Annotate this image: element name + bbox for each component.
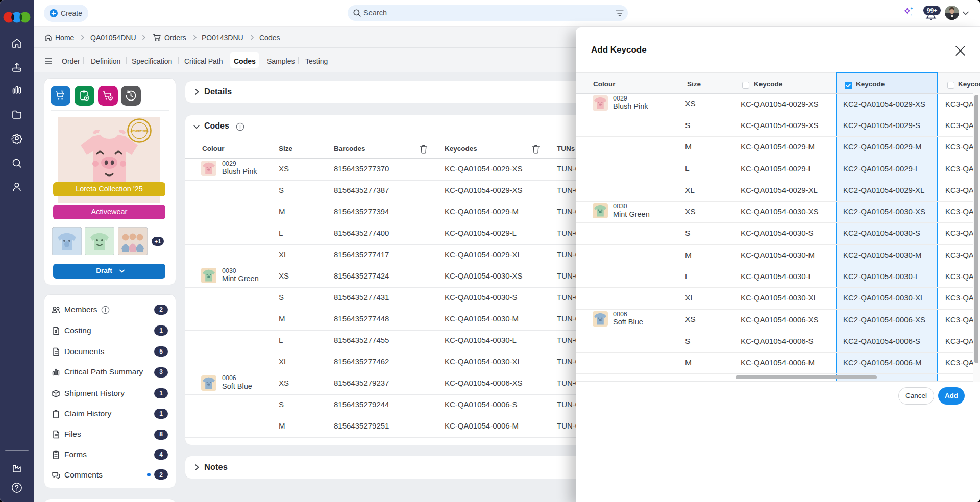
svg-text:ADVERTISED: ADVERTISED: [130, 130, 148, 133]
